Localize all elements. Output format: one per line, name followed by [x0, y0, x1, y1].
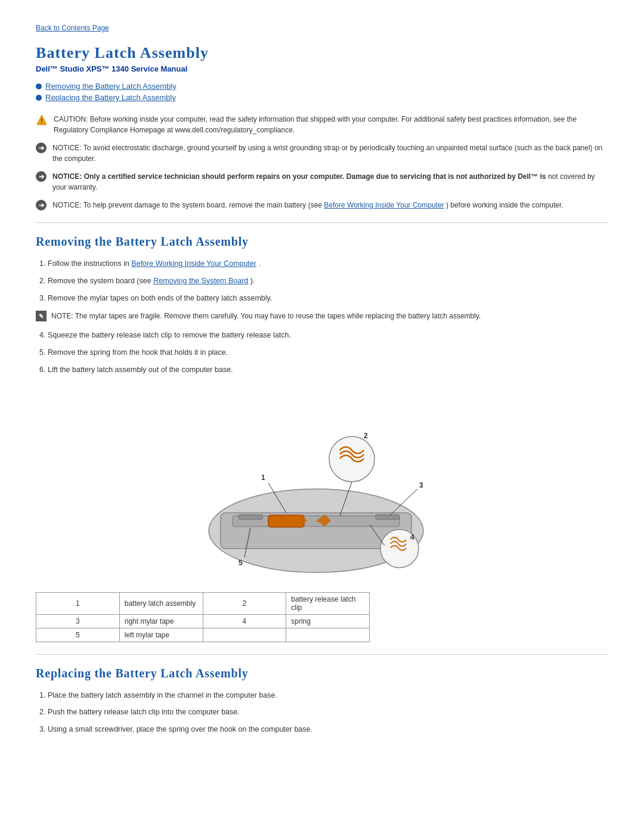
caution-notice: ! CAUTION: Before working inside your co… — [36, 114, 608, 135]
step2-link[interactable]: Removing the System Board — [153, 277, 248, 285]
table-row: 1 battery latch assembly 2 battery relea… — [36, 592, 370, 614]
removing-section-heading: Removing the Battery Latch Assembly — [36, 235, 608, 249]
toc-bullet — [36, 83, 42, 89]
part-num-2: 2 — [203, 592, 286, 614]
removing-steps-list: Follow the instructions in Before Workin… — [48, 258, 608, 304]
notice-3-link[interactable]: Before Working Inside Your Computer — [324, 201, 444, 209]
note-mylar-text: NOTE: The mylar tapes are fragile. Remov… — [51, 311, 481, 321]
step1-link[interactable]: Before Working Inside Your Computer — [131, 259, 256, 268]
subtitle: Dell™ Studio XPS™ 1340 Service Manual — [36, 64, 608, 73]
removing-step-1: Follow the instructions in Before Workin… — [48, 258, 608, 270]
part-label-1: battery latch assembly — [119, 592, 203, 614]
svg-text:3: 3 — [419, 481, 423, 490]
replacing-section-heading: Replacing the Battery Latch Assembly — [36, 667, 608, 680]
notice-1-text: NOTICE: To avoid electrostatic discharge… — [52, 143, 608, 164]
table-row: 3 right mylar tape 4 spring — [36, 614, 370, 628]
toc-item-removing: Removing the Battery Latch Assembly — [36, 82, 608, 91]
back-to-contents-link[interactable]: Back to Contents Page — [36, 24, 608, 32]
part-label-3: right mylar tape — [119, 614, 203, 628]
notice-icon-1: ➔ — [36, 143, 47, 153]
svg-text:!: ! — [41, 117, 43, 125]
removing-step-5: Remove the spring from the hook that hol… — [48, 347, 608, 358]
caution-text: CAUTION: Before working inside your comp… — [54, 114, 608, 135]
part-num-5: 5 — [36, 628, 120, 642]
svg-text:1: 1 — [261, 473, 265, 482]
page-title: Battery Latch Assembly — [36, 44, 608, 62]
notice-3: ➔ NOTICE: To help prevent damage to the … — [36, 200, 608, 210]
toc-link-replacing[interactable]: Replacing the Battery Latch Assembly — [45, 93, 176, 102]
notice-3-text: NOTICE: To help prevent damage to the sy… — [52, 200, 564, 210]
toc-link-removing[interactable]: Removing the Battery Latch Assembly — [45, 82, 177, 91]
removing-step-3: Remove the mylar tapes on both ends of t… — [48, 293, 608, 304]
part-num-4: 4 — [203, 614, 286, 628]
diagram-svg: 1 2 3 4 5 — [185, 388, 459, 578]
part-label-2: battery release latch clip — [286, 592, 370, 614]
svg-text:4: 4 — [410, 533, 414, 541]
removing-step-2: Remove the system board (see Removing th… — [48, 275, 608, 287]
removing-steps-list-2: Squeeze the battery release latch clip t… — [48, 330, 608, 375]
notice-2-bold: NOTICE: Only a certified service technic… — [52, 172, 546, 181]
battery-latch-diagram: 1 2 3 4 5 — [185, 388, 459, 580]
replacing-step-2: Push the battery release latch clip into… — [48, 707, 608, 718]
note-icon: ✎ — [36, 311, 47, 321]
table-of-contents: Removing the Battery Latch Assembly Repl… — [36, 82, 608, 102]
removing-step-4: Squeeze the battery release latch clip t… — [48, 330, 608, 341]
part-label-5: left mylar tape — [119, 628, 203, 642]
notice-icon-3: ➔ — [36, 200, 47, 210]
table-row: 5 left mylar tape — [36, 628, 370, 642]
caution-icon: ! — [36, 114, 48, 126]
part-num-1: 1 — [36, 592, 120, 614]
part-label-4: spring — [286, 614, 370, 628]
replacing-step-3: Using a small screwdriver, place the spr… — [48, 724, 608, 735]
section-divider-1 — [36, 222, 608, 223]
toc-item-replacing: Replacing the Battery Latch Assembly — [36, 93, 608, 102]
notice-1: ➔ NOTICE: To avoid electrostatic dischar… — [36, 143, 608, 164]
part-label-empty — [286, 628, 370, 642]
notice-2-text: NOTICE: Only a certified service technic… — [52, 171, 608, 193]
svg-rect-13 — [376, 515, 400, 519]
parts-table: 1 battery latch assembly 2 battery relea… — [36, 592, 370, 642]
svg-text:2: 2 — [364, 432, 368, 440]
part-num-3: 3 — [36, 614, 120, 628]
section-divider-2 — [36, 654, 608, 655]
notice-2: ➔ NOTICE: Only a certified service techn… — [36, 171, 608, 193]
part-num-empty — [203, 628, 286, 642]
replacing-steps-list: Place the battery latch assembly in the … — [48, 690, 608, 735]
replacing-step-1: Place the battery latch assembly in the … — [48, 690, 608, 701]
notice-icon-2: ➔ — [36, 171, 47, 182]
svg-text:5: 5 — [239, 559, 243, 567]
svg-rect-17 — [239, 515, 262, 519]
removing-step-6: Lift the battery latch assembly out of t… — [48, 364, 608, 376]
toc-bullet — [36, 95, 42, 101]
note-mylar: ✎ NOTE: The mylar tapes are fragile. Rem… — [36, 311, 608, 321]
